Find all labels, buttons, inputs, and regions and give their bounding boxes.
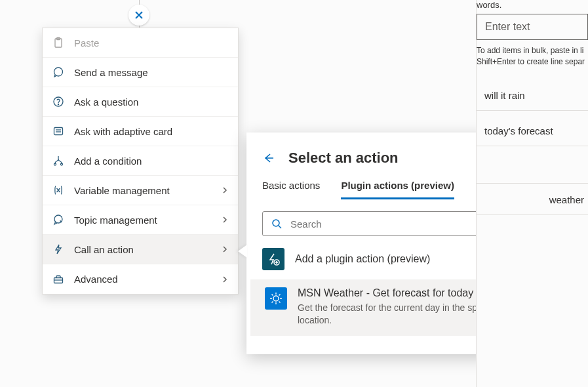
- menu-item-topic-management[interactable]: Topic management: [43, 205, 238, 235]
- menu-item-label: Ask with adaptive card: [74, 126, 229, 137]
- svg-point-8: [54, 163, 56, 165]
- phrase-input[interactable]: Enter text: [477, 14, 588, 40]
- menu-item-label: Advanced: [74, 274, 216, 285]
- menu-item-advanced[interactable]: Advanced: [43, 264, 238, 294]
- menu-item-add-condition[interactable]: Add a condition: [43, 146, 238, 176]
- hint-line-1: To add items in bulk, paste in li: [477, 46, 583, 55]
- menu-item-label: Variable management: [74, 185, 216, 196]
- menu-item-label: Send a message: [74, 67, 229, 78]
- menu-item-label: Paste: [74, 37, 229, 49]
- trigger-phrase-item[interactable]: will it rain: [477, 79, 588, 111]
- svg-line-21: [272, 295, 273, 296]
- svg-point-4: [58, 104, 58, 104]
- menu-item-label: Topic management: [74, 214, 216, 226]
- chevron-right-icon: [221, 216, 229, 224]
- trigger-phrase-item[interactable]: weather: [477, 183, 588, 215]
- add-plugin-label: Add a plugin action (preview): [295, 253, 430, 265]
- menu-item-label: Ask a question: [74, 96, 229, 108]
- svg-point-9: [61, 163, 63, 165]
- svg-line-14: [279, 226, 281, 228]
- phrase-hint: To add items in bulk, paste in li Shift+…: [477, 45, 588, 68]
- tab-basic-actions[interactable]: Basic actions: [262, 180, 320, 199]
- svg-line-24: [272, 302, 273, 303]
- chat-icon: [52, 66, 65, 79]
- tab-plugin-actions[interactable]: Plugin actions (preview): [341, 180, 454, 199]
- branch-icon: [52, 154, 65, 167]
- svg-line-23: [279, 295, 281, 296]
- node-context-menu: Paste Send a message Ask a question Ask …: [42, 28, 239, 295]
- canvas-close-node[interactable]: [128, 5, 149, 26]
- search-icon: [271, 218, 283, 230]
- menu-item-label: Call an action: [74, 244, 216, 255]
- chevron-right-icon: [221, 186, 229, 194]
- variable-icon: [52, 184, 65, 197]
- trigger-phrases-panel: words. Enter text To add items in bulk, …: [476, 0, 588, 387]
- trigger-phrase-item[interactable]: today's forecast: [477, 115, 588, 146]
- lightning-icon: [52, 243, 65, 256]
- field-label-tail: words.: [477, 0, 588, 10]
- chevron-right-icon: [221, 245, 229, 253]
- flyout-pointer: [238, 245, 247, 258]
- panel-title: Select an action: [288, 150, 399, 167]
- question-icon: [52, 95, 65, 108]
- menu-item-call-action[interactable]: Call an action: [43, 235, 238, 264]
- menu-item-variable-management[interactable]: Variable management: [43, 176, 238, 205]
- weather-icon: [265, 287, 287, 310]
- phrase-input-placeholder: Enter text: [485, 21, 530, 33]
- svg-point-2: [54, 68, 63, 76]
- menu-item-ask-adaptive-card[interactable]: Ask with adaptive card: [43, 117, 238, 146]
- menu-item-paste: Paste: [43, 28, 238, 58]
- menu-item-ask-question[interactable]: Ask a question: [43, 87, 238, 117]
- chevron-right-icon: [221, 275, 229, 283]
- toolbox-icon: [52, 273, 65, 286]
- close-icon: [134, 10, 144, 20]
- svg-line-22: [279, 302, 281, 303]
- menu-item-label: Add a condition: [74, 155, 229, 167]
- svg-point-13: [273, 220, 279, 226]
- paste-icon: [52, 36, 65, 49]
- svg-point-16: [273, 296, 279, 301]
- add-plugin-icon: [262, 248, 284, 270]
- adaptive-card-icon: [52, 125, 65, 138]
- menu-item-send-message[interactable]: Send a message: [43, 58, 238, 87]
- topic-icon: [52, 213, 65, 226]
- back-button[interactable]: [262, 152, 275, 165]
- svg-rect-5: [54, 128, 63, 135]
- hint-line-2: Shift+Enter to create line separ: [477, 57, 585, 66]
